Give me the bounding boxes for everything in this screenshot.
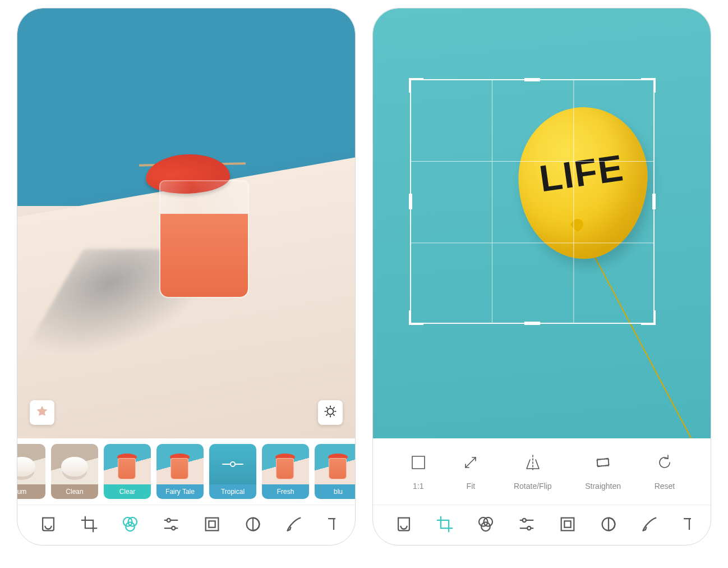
text-tool[interactable]: [324, 515, 335, 536]
filters-tool[interactable]: [119, 515, 141, 536]
crop-tool-label: Fit: [467, 482, 476, 491]
compare-button[interactable]: [318, 400, 343, 425]
auto-tool[interactable]: [38, 515, 59, 536]
photo-preview[interactable]: [17, 8, 355, 438]
adjust-icon: [162, 515, 181, 536]
adjust-tool[interactable]: [516, 515, 537, 536]
crop-tool-straighten[interactable]: Straighten: [585, 453, 621, 491]
crop-tools-row: 1:1FitRotate/FlipStraightenReset: [373, 438, 711, 505]
star-icon: [35, 405, 49, 420]
bottom-toolbar: [17, 505, 355, 545]
filters-icon: [476, 515, 495, 536]
filter-thumbnail: [262, 444, 309, 484]
crop-tool-fit[interactable]: Fit: [461, 453, 480, 491]
svg-rect-33: [561, 517, 574, 530]
crop-handle-left[interactable]: [409, 194, 412, 209]
svg-point-15: [167, 518, 170, 521]
crop-handle-br[interactable]: [641, 310, 656, 325]
compare-icon: [323, 404, 338, 421]
crop-tool-label: Reset: [655, 482, 675, 491]
auto-tool[interactable]: [393, 515, 414, 536]
filter-label: Tropical: [209, 484, 256, 499]
crop-handle-top[interactable]: [524, 78, 540, 81]
filters-icon: [121, 515, 140, 536]
brush-tool[interactable]: [283, 515, 305, 536]
crop-handle-right[interactable]: [652, 194, 656, 209]
device-crop: LIFE 1:1FitRotate/FlipStraightenReset: [372, 8, 711, 546]
crop-box[interactable]: [410, 79, 655, 324]
frame-tool[interactable]: [557, 515, 578, 536]
filter-label: um: [17, 484, 45, 499]
crop-handle-tr[interactable]: [641, 78, 656, 93]
filter-label: Fresh: [262, 484, 309, 499]
svg-rect-25: [597, 459, 609, 466]
svg-point-17: [172, 526, 175, 529]
filter-thumbnail: [315, 444, 355, 484]
svg-point-0: [328, 409, 334, 415]
filter-label: Clear: [104, 484, 151, 499]
filter-um[interactable]: um: [17, 444, 45, 499]
text-icon: [324, 515, 335, 536]
svg-point-10: [231, 462, 235, 466]
filter-clear[interactable]: Clear: [104, 444, 151, 499]
reset-icon: [655, 453, 674, 474]
svg-line-22: [466, 457, 476, 468]
crop-icon: [80, 515, 99, 536]
crop-tool-reset[interactable]: Reset: [655, 453, 675, 491]
favorite-button[interactable]: [30, 400, 54, 425]
svg-rect-34: [564, 521, 570, 527]
filter-label: Fairy Tale: [156, 484, 204, 499]
crop-tool-label: Straighten: [585, 482, 621, 491]
filter-thumbnail: [17, 444, 45, 484]
ratio-icon: [409, 453, 428, 474]
filter-thumbnail: [156, 444, 204, 484]
straighten-icon: [593, 453, 612, 474]
bottom-toolbar: [373, 505, 711, 545]
filter-thumbnail: [51, 444, 98, 484]
filter-blu[interactable]: blu: [315, 444, 355, 499]
filters-tool[interactable]: [475, 515, 496, 536]
brush-icon: [284, 515, 303, 536]
crop-tool-label: 1:1: [413, 482, 423, 491]
shape-icon: [599, 515, 618, 536]
shape-tool[interactable]: [598, 515, 619, 536]
brush-tool[interactable]: [639, 515, 660, 536]
svg-line-5: [326, 407, 328, 409]
filter-fairy-tale[interactable]: Fairy Tale: [156, 444, 204, 499]
crop-handle-bl[interactable]: [409, 310, 423, 325]
brush-icon: [640, 515, 659, 536]
text-tool[interactable]: [680, 515, 691, 536]
filter-tropical[interactable]: Tropical: [209, 444, 256, 499]
text-icon: [680, 515, 691, 536]
svg-rect-19: [209, 521, 215, 527]
filter-strip[interactable]: umCleanClearFairy TaleTropicalFreshblu: [17, 438, 355, 505]
auto-icon: [394, 515, 413, 536]
crop-tool[interactable]: [79, 515, 100, 536]
filter-fresh[interactable]: Fresh: [262, 444, 309, 499]
crop-tool-1-1[interactable]: 1:1: [409, 453, 428, 491]
filter-thumbnail: [104, 444, 151, 484]
adjust-icon: [517, 515, 536, 536]
adjust-tool[interactable]: [160, 515, 182, 536]
crop-handle-tl[interactable]: [409, 78, 423, 93]
crop-icon: [435, 515, 454, 536]
crop-tool-rotate-flip[interactable]: Rotate/Flip: [514, 453, 552, 491]
svg-point-32: [527, 526, 531, 529]
shape-tool[interactable]: [242, 515, 264, 536]
svg-rect-21: [412, 456, 425, 469]
filter-label: Clean: [51, 484, 98, 499]
cocktail-scene: [17, 8, 355, 438]
crop-tool[interactable]: [434, 515, 455, 536]
frame-tool[interactable]: [201, 515, 223, 536]
crop-tool-label: Rotate/Flip: [514, 482, 552, 491]
auto-icon: [39, 515, 58, 536]
filter-clean[interactable]: Clean: [51, 444, 98, 499]
crop-canvas[interactable]: LIFE: [373, 8, 711, 438]
crop-handle-bottom[interactable]: [524, 322, 540, 325]
svg-rect-18: [205, 517, 218, 530]
svg-line-6: [333, 414, 334, 415]
filter-thumbnail: [209, 444, 256, 484]
frame-icon: [558, 515, 577, 536]
device-filters: umCleanClearFairy TaleTropicalFreshblu: [17, 8, 356, 546]
svg-line-7: [326, 414, 328, 415]
